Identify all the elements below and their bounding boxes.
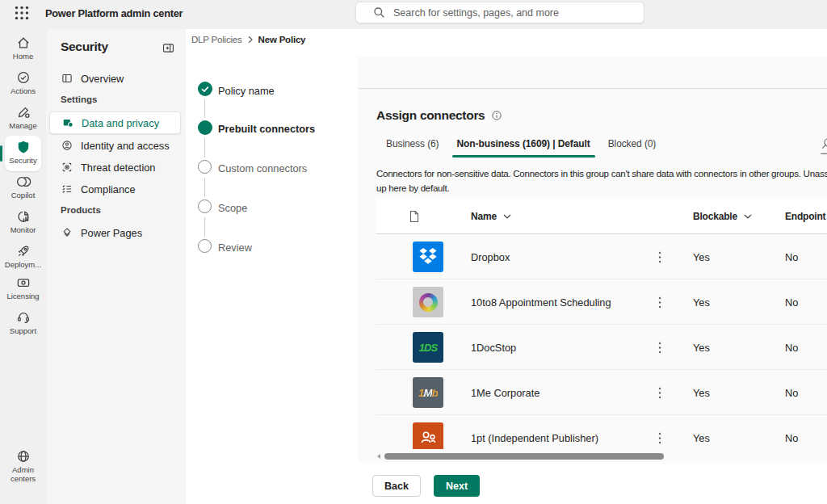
admin-centers-globe-icon bbox=[15, 448, 31, 464]
check-icon bbox=[198, 82, 212, 96]
row-more-options-icon[interactable] bbox=[658, 325, 661, 370]
connector-name: Dropbox bbox=[471, 234, 510, 279]
table-search-icon[interactable] bbox=[818, 137, 827, 155]
step-scope-circle bbox=[198, 200, 212, 213]
copilot-icon bbox=[15, 174, 31, 190]
rail-item-licensing[interactable]: Licensing bbox=[0, 275, 46, 300]
1docstop-logo: 1DS bbox=[413, 332, 443, 363]
row-more-options-icon[interactable] bbox=[658, 279, 661, 325]
rail-item-copilot[interactable]: Copilot bbox=[0, 174, 46, 200]
threat-detection-icon bbox=[61, 161, 73, 174]
sidebar-item-data-and-privacy[interactable]: Data and privacy bbox=[49, 111, 181, 134]
security-nav-panel: Security Overview Settings Data and priv… bbox=[46, 29, 186, 504]
sidebar-item-identity-and-access[interactable]: Identity and access bbox=[49, 134, 181, 157]
tab-description: Connectors for non-sensitive data. Conne… bbox=[376, 166, 827, 195]
rail-item-support[interactable]: Support bbox=[0, 309, 46, 335]
table-row-dropbox[interactable]: Dropbox Yes No bbox=[376, 234, 827, 279]
breadcrumb-dlp-policies[interactable]: DLP Policies bbox=[191, 35, 242, 44]
step-policy-name-label[interactable]: Policy name bbox=[218, 85, 275, 97]
compliance-icon bbox=[61, 183, 73, 195]
step-prebuilt-connectors-circle bbox=[198, 120, 212, 135]
licensing-icon bbox=[15, 275, 31, 291]
sidebar-group-products: Products bbox=[61, 205, 101, 215]
step-connector-line bbox=[204, 138, 205, 158]
blockable-value: Yes bbox=[693, 234, 710, 279]
step-prebuilt-connectors-label[interactable]: Prebuilt connectors bbox=[218, 123, 315, 135]
rail-item-monitor[interactable]: Monitor bbox=[0, 208, 46, 234]
1me-logo: 1Mb bbox=[413, 377, 443, 408]
table-row-10to8[interactable]: 10to8 Appointment Scheduling Yes No bbox=[376, 279, 827, 325]
support-headset-icon bbox=[15, 309, 31, 326]
rail-item-admin-centers[interactable]: Admin centers bbox=[0, 448, 46, 483]
endpoint-configurable-value: No bbox=[785, 370, 798, 415]
step-scope-label[interactable]: Scope bbox=[218, 202, 247, 214]
10to8-logo bbox=[413, 287, 443, 317]
top-bar: Power Platform admin center Search for s… bbox=[0, 0, 827, 26]
security-shield-icon bbox=[15, 139, 31, 155]
breadcrumb-chevron-icon bbox=[248, 36, 253, 44]
identity-and-access-icon bbox=[61, 139, 73, 152]
blockable-value: Yes bbox=[693, 325, 710, 370]
tab-business[interactable]: Business (6) bbox=[377, 133, 448, 158]
step-review-circle bbox=[198, 239, 212, 253]
page-title: Assign connectors bbox=[376, 108, 485, 123]
rail-item-home[interactable]: Home bbox=[0, 35, 46, 61]
column-header-name[interactable]: Name bbox=[471, 198, 511, 234]
connector-name: 1DocStop bbox=[471, 325, 516, 370]
overview-icon bbox=[61, 72, 73, 85]
endpoint-configurable-value: No bbox=[785, 325, 798, 370]
endpoint-configurable-value: No bbox=[785, 234, 798, 279]
column-header-blockable[interactable]: Blockable bbox=[693, 198, 752, 234]
rail-item-manage[interactable]: Manage bbox=[0, 104, 46, 130]
blockable-value: Yes bbox=[693, 279, 710, 325]
document-icon bbox=[409, 210, 420, 223]
rocket-icon bbox=[15, 243, 31, 259]
sidebar-group-settings: Settings bbox=[61, 94, 97, 104]
breadcrumb-new-policy: New Policy bbox=[258, 35, 306, 44]
rail-item-deployments[interactable]: Deploym... bbox=[0, 243, 46, 269]
dropbox-logo bbox=[413, 242, 443, 272]
step-review-label[interactable]: Review bbox=[218, 242, 252, 254]
tab-blocked[interactable]: Blocked (0) bbox=[599, 133, 665, 158]
row-more-options-icon[interactable] bbox=[658, 370, 661, 415]
scrollbar-thumb[interactable] bbox=[384, 453, 664, 460]
connectors-table: Name Blockable Endpoint configurable bbox=[376, 198, 827, 460]
step-connector-line bbox=[204, 217, 205, 237]
table-row-1docstop[interactable]: 1DS 1DocStop Yes No bbox=[376, 325, 827, 370]
search-icon bbox=[373, 6, 385, 19]
document-type-column-icon[interactable] bbox=[409, 198, 420, 234]
left-nav-rail: Home Actions Manage Security Copilot bbox=[0, 26, 46, 504]
info-icon[interactable] bbox=[491, 110, 502, 121]
sidebar-item-compliance[interactable]: Compliance bbox=[49, 178, 181, 200]
content-divider bbox=[358, 88, 827, 89]
horizontal-scrollbar bbox=[358, 449, 827, 463]
tab-content-canvas: Assign connectors Business (6) Non-busin… bbox=[358, 57, 827, 463]
step-connector-line bbox=[204, 178, 205, 197]
step-connector-line bbox=[204, 99, 205, 118]
main-area: DLP Policies New Policy Policy name Preb… bbox=[186, 29, 827, 504]
connector-group-tabs: Business (6) Non-business (1609) | Defau… bbox=[377, 133, 665, 158]
table-row-1me-corporate[interactable]: 1Mb 1Me Corporate Yes No bbox=[376, 370, 827, 415]
tab-non-business[interactable]: Non-business (1609) | Default bbox=[448, 133, 599, 158]
next-button[interactable]: Next bbox=[434, 475, 480, 497]
manage-icon bbox=[15, 104, 31, 120]
sidebar-item-threat-detection[interactable]: Threat detection bbox=[49, 156, 181, 178]
rail-item-actions[interactable]: Actions bbox=[0, 69, 46, 95]
global-search-input[interactable]: Search for settings, pages, and more bbox=[355, 2, 644, 23]
1me-logo-text: 1Mb bbox=[418, 387, 438, 399]
app-title: Power Platform admin center bbox=[45, 7, 183, 19]
step-custom-connectors-circle bbox=[198, 160, 212, 174]
connector-name: 10to8 Appointment Scheduling bbox=[471, 279, 611, 325]
sidebar-item-power-pages[interactable]: Power Pages bbox=[49, 221, 181, 244]
data-and-privacy-icon bbox=[61, 116, 74, 129]
scroll-left-arrow-icon[interactable] bbox=[376, 453, 382, 460]
rail-item-security[interactable]: Security bbox=[0, 139, 46, 165]
column-header-endpoint-configurable[interactable]: Endpoint configurable bbox=[785, 198, 827, 234]
app-launcher-icon[interactable] bbox=[15, 6, 29, 20]
panel-title: Security bbox=[61, 40, 108, 54]
row-more-options-icon[interactable] bbox=[658, 234, 661, 279]
sidebar-item-overview[interactable]: Overview bbox=[49, 67, 181, 90]
back-button[interactable]: Back bbox=[372, 475, 421, 497]
step-custom-connectors-label[interactable]: Custom connectors bbox=[218, 162, 307, 174]
collapse-panel-icon[interactable] bbox=[162, 41, 175, 55]
